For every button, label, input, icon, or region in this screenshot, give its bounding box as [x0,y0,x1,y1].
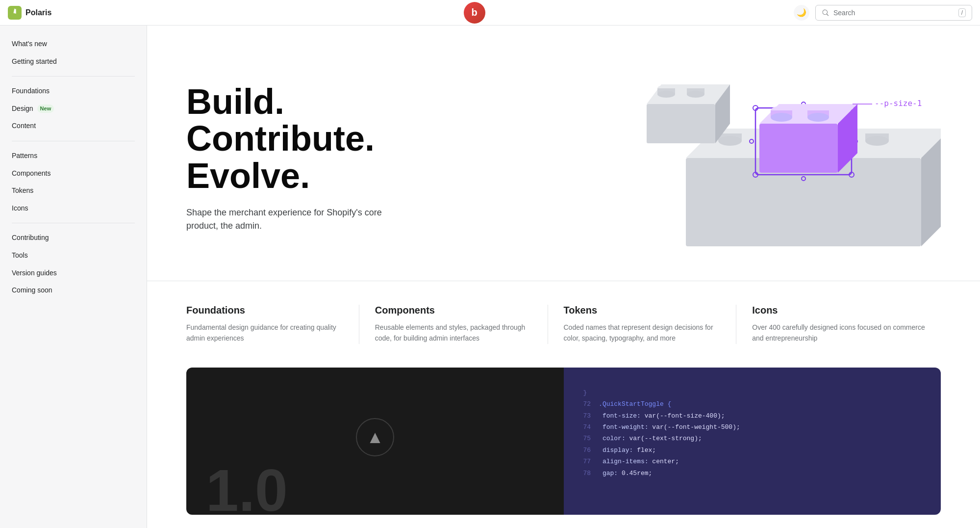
svg-point-41 [807,113,829,122]
svg-point-20 [657,91,675,98]
shopify-logo-icon [8,6,22,20]
sidebar-item-whats-new[interactable]: What's new [0,35,147,53]
svg-rect-33 [759,124,838,173]
sidebar-section-1: What's new Getting started [0,35,147,70]
hero-image-area: --p-size-1 [382,55,941,261]
sidebar-item-getting-started[interactable]: Getting started [0,53,147,71]
feature-card-foundations: Foundations Fundamental design guidance … [186,305,359,344]
svg-point-38 [771,113,792,122]
logo-text: Polaris [25,8,51,17]
svg-point-14 [865,136,889,146]
sidebar-item-design[interactable]: Design New [0,100,147,118]
search-icon [822,9,829,17]
version-number: 1.0 [206,461,288,515]
hero-headline: Build. Contribute. Evolve. [186,83,382,195]
top-navigation: Polaris b 🌙 Search / [0,0,980,26]
svg-text:▲: ▲ [366,427,384,447]
sidebar-section-3: Patterns Components Tokens Icons [0,147,147,217]
sidebar-section-4: Contributing Tools Version guides Coming… [0,229,147,299]
feature-foundations-desc: Fundamental design guidance for creating… [186,322,343,344]
sidebar-item-patterns[interactable]: Patterns [0,147,147,165]
sidebar: What's new Getting started Foundations D… [0,26,147,528]
nav-center-logo: b [155,2,794,24]
bottom-cards-section: ▲ 1.0 } 72.QuickStartToggle { 73 font-si… [186,368,941,515]
main-content: Build. Contribute. Evolve. Shape the mer… [147,26,980,528]
code-line-71: } [583,387,922,398]
code-line-78: 78 gap: 0.45rem; [583,468,922,479]
svg-text:--p-size-1: --p-size-1 [875,99,922,108]
theme-toggle-button[interactable]: 🌙 [794,5,809,21]
code-line-77: 77 align-items: center; [583,456,922,467]
feature-card-tokens: Tokens Coded names that represent design… [564,305,737,344]
hero-section: Build. Contribute. Evolve. Shape the mer… [147,26,980,281]
sidebar-item-content[interactable]: Content [0,117,147,135]
search-placeholder-text: Search [833,9,955,17]
sidebar-item-coming-soon[interactable]: Coming soon [0,282,147,299]
code-line-75: 75 color: var(--text-strong); [583,433,922,444]
logo-area: Polaris [8,6,155,20]
feature-card-icons: Icons Over 400 carefully designed icons … [752,305,941,344]
search-box[interactable]: Search / [815,5,972,21]
dark-card: ▲ 1.0 [186,368,564,515]
sidebar-item-tools[interactable]: Tools [0,247,147,264]
polaris-brand-logo-icon: b [464,2,485,24]
shopify-large-logo-icon: ▲ [355,418,395,457]
sidebar-item-contributing[interactable]: Contributing [0,229,147,247]
code-block: } 72.QuickStartToggle { 73 font-size: va… [583,387,922,479]
feature-tokens-desc: Coded names that represent design decisi… [564,322,721,344]
sidebar-item-tokens[interactable]: Tokens [0,182,147,200]
design-new-badge: New [37,105,54,113]
code-line-72: 72.QuickStartToggle { [583,398,922,410]
feature-tokens-title: Tokens [564,305,721,316]
sidebar-divider-2 [12,141,135,141]
code-line-73: 73 font-size: var(--font-size-400); [583,410,922,422]
sidebar-section-2: Foundations Design New Content [0,82,147,135]
feature-cards-section: Foundations Fundamental design guidance … [147,281,980,368]
code-line-76: 76 display: flex; [583,445,922,456]
svg-rect-15 [647,104,715,143]
code-card: } 72.QuickStartToggle { 73 font-size: va… [564,368,941,515]
sidebar-item-version-guides[interactable]: Version guides [0,264,147,282]
hero-text-block: Build. Contribute. Evolve. Shape the mer… [186,83,382,233]
feature-foundations-title: Foundations [186,305,343,316]
lego-illustration: --p-size-1 [607,55,941,261]
feature-components-desc: Reusable elements and styles, packaged t… [375,322,532,344]
feature-card-components: Components Reusable elements and styles,… [375,305,548,344]
feature-icons-title: Icons [752,305,925,316]
code-line-74: 74 font-weight: var(--font-weight-500); [583,422,922,433]
sidebar-item-components[interactable]: Components [0,165,147,183]
svg-point-5 [718,136,742,146]
sidebar-item-foundations[interactable]: Foundations [0,82,147,100]
nav-right-area: 🌙 Search / [794,5,972,21]
sidebar-item-icons[interactable]: Icons [0,200,147,217]
hero-description: Shape the merchant experience for Shopif… [186,206,382,233]
feature-components-title: Components [375,305,532,316]
feature-icons-desc: Over 400 carefully designed icons focuse… [752,322,925,344]
sidebar-divider-1 [12,76,135,77]
search-shortcut-badge: / [958,8,966,17]
sidebar-divider-3 [12,223,135,223]
svg-point-23 [687,91,704,98]
